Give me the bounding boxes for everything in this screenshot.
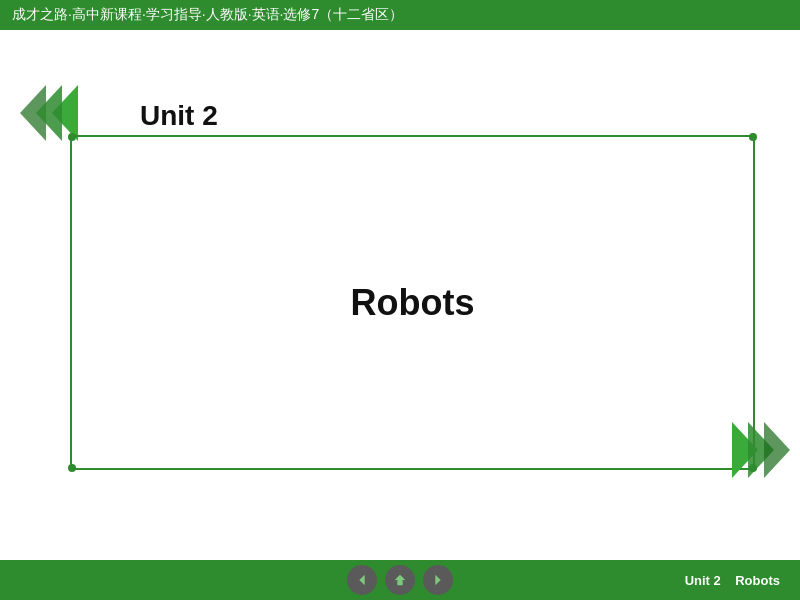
next-button[interactable] [423, 565, 453, 595]
main-content: Unit 2 Robots [0, 30, 800, 560]
content-box: Robots [70, 135, 755, 470]
dot-top-right [749, 133, 757, 141]
dot-top-left [68, 133, 76, 141]
svg-marker-0 [359, 575, 364, 586]
chevron-left-2 [36, 85, 62, 141]
svg-marker-1 [395, 575, 406, 586]
decorative-chevrons-right [732, 422, 780, 478]
prev-button[interactable] [347, 565, 377, 595]
header-bar: 成才之路·高中新课程·学习指导·人教版·英语·选修7（十二省区） [0, 0, 800, 30]
chevron-right-3 [764, 422, 790, 478]
next-icon [430, 572, 446, 588]
dot-bottom-left [68, 464, 76, 472]
unit-title: Unit 2 [140, 100, 218, 132]
footer-text: Unit 2 Robots [685, 573, 780, 588]
footer-topic: Robots [735, 573, 780, 588]
prev-icon [354, 572, 370, 588]
home-button[interactable] [385, 565, 415, 595]
svg-marker-2 [435, 575, 440, 586]
nav-buttons [347, 565, 453, 595]
footer-bar: Unit 2 Robots [0, 560, 800, 600]
home-icon [392, 572, 408, 588]
footer-unit: Unit 2 [685, 573, 721, 588]
header-title: 成才之路·高中新课程·学习指导·人教版·英语·选修7（十二省区） [12, 6, 403, 24]
topic-title: Robots [351, 282, 475, 324]
